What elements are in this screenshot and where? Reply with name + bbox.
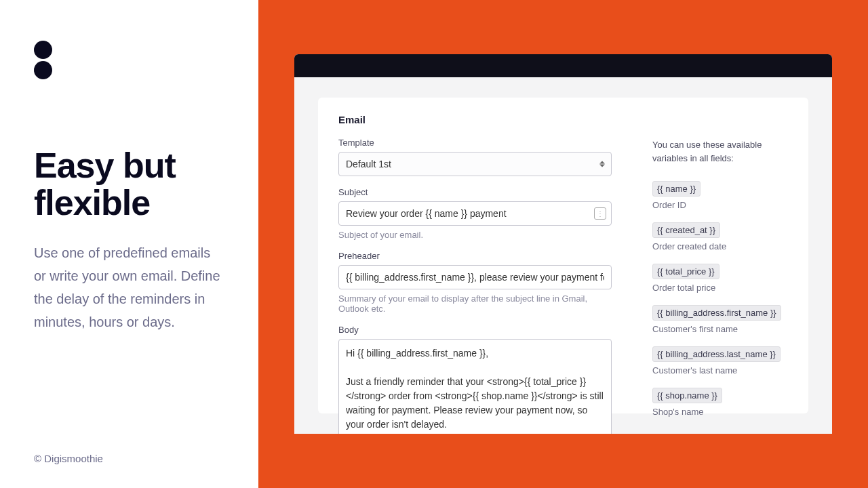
variable-item: {{ name }} Order ID [652, 181, 788, 210]
variable-item: {{ created_at }} Order created date [652, 222, 788, 251]
subject-helper: Subject of your email. [338, 230, 612, 240]
template-label: Template [338, 138, 612, 148]
form-column: Email Template Default 1st [338, 114, 612, 373]
preheader-helper: Summary of your email to display after t… [338, 293, 612, 314]
app-window: Email Template Default 1st [294, 54, 832, 434]
card-title: Email [338, 114, 612, 125]
variable-tag-shop-name[interactable]: {{ shop.name }} [652, 388, 722, 403]
template-field: Template Default 1st [338, 138, 612, 176]
variable-item: {{ billing_address.first_name }} Custome… [652, 305, 788, 334]
variable-item: {{ billing_address.last_name }} Customer… [652, 346, 788, 375]
body-field: Body [338, 325, 612, 434]
body-label: Body [338, 325, 612, 335]
email-card: Email Template Default 1st [318, 98, 808, 413]
variable-tag-first-name[interactable]: {{ billing_address.first_name }} [652, 305, 781, 321]
copyright: © Digismoothie [34, 453, 103, 464]
variable-desc: Order created date [652, 241, 788, 251]
preheader-label: Preheader [338, 251, 612, 261]
template-select-wrap: Default 1st [338, 152, 612, 176]
variable-desc: Shop's name [652, 407, 788, 417]
app-content: Email Template Default 1st [294, 77, 832, 434]
variable-desc: Order total price [652, 283, 788, 293]
variable-tag-created-at[interactable]: {{ created_at }} [652, 222, 720, 238]
window-title-bar [294, 54, 832, 77]
body-textarea[interactable] [338, 339, 612, 434]
subject-field: Subject ⋮ Subject of your email. [338, 187, 612, 240]
subject-label: Subject [338, 187, 612, 197]
preheader-field: Preheader Summary of your email to displ… [338, 251, 612, 314]
page-description: Use one of predefined emails or write yo… [34, 241, 224, 333]
variable-item: {{ total_price }} Order total price [652, 264, 788, 293]
page-heading: Easy but flexible [34, 147, 224, 221]
variable-desc: Order ID [652, 200, 788, 210]
variable-item: {{ shop.name }} Shop's name [652, 388, 788, 417]
variable-tag-name[interactable]: {{ name }} [652, 181, 701, 197]
preheader-input[interactable] [338, 265, 612, 289]
variable-tag-last-name[interactable]: {{ billing_address.last_name }} [652, 346, 781, 362]
variables-intro: You can use these available variables in… [652, 138, 788, 165]
variables-column: You can use these available variables in… [652, 114, 788, 373]
variable-desc: Customer's last name [652, 365, 788, 375]
variable-desc: Customer's first name [652, 324, 788, 334]
left-panel: Easy but flexible Use one of predefined … [0, 0, 258, 488]
template-select[interactable]: Default 1st [338, 152, 612, 176]
variable-tag-total-price[interactable]: {{ total_price }} [652, 264, 719, 279]
right-panel: Email Template Default 1st [258, 0, 868, 488]
subject-input[interactable] [338, 201, 612, 226]
logo-dot-top [34, 41, 52, 59]
subject-autofill-icon[interactable]: ⋮ [594, 207, 606, 220]
logo [34, 41, 224, 79]
logo-dot-bottom [34, 61, 52, 79]
